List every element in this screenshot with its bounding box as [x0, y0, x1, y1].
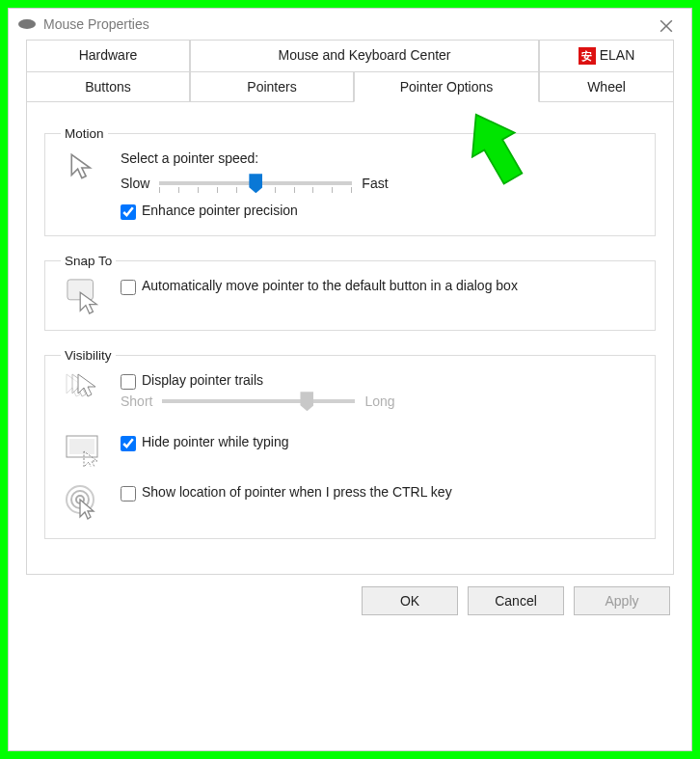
snap-to-checkbox[interactable]: Automatically move pointer to the defaul…	[121, 278, 639, 295]
trails-slider-track	[162, 399, 355, 403]
svg-rect-4	[69, 439, 94, 454]
pointer-speed-slider[interactable]: Slow Fast	[121, 176, 639, 191]
enhance-precision-input[interactable]	[121, 204, 136, 220]
visibility-group: Visibility Display pointer trails	[44, 348, 656, 539]
close-button[interactable]	[651, 14, 682, 38]
visibility-legend: Visibility	[61, 348, 116, 363]
tab-elan[interactable]: 安ELAN	[539, 40, 674, 72]
pointer-trails-checkbox[interactable]: Display pointer trails	[121, 372, 639, 390]
snap-to-input[interactable]	[121, 280, 136, 295]
tab-strip: Hardware Mouse and Keyboard Center 安ELAN…	[9, 40, 691, 575]
motion-legend: Motion	[61, 126, 108, 141]
tab-mouse-keyboard-center[interactable]: Mouse and Keyboard Center	[190, 40, 539, 72]
snap-legend: Snap To	[61, 254, 116, 268]
tab-pointer-options[interactable]: Pointer Options	[354, 71, 539, 102]
tab-buttons[interactable]: Buttons	[26, 71, 190, 102]
ctrl-locate-checkbox[interactable]: Show location of pointer when I press th…	[121, 484, 639, 501]
tab-wheel[interactable]: Wheel	[539, 71, 674, 102]
tab-hardware[interactable]: Hardware	[26, 40, 190, 72]
long-label: Long	[364, 393, 394, 409]
mouse-properties-window: Mouse Properties Hardware Mouse and Keyb…	[8, 8, 692, 751]
hide-while-typing-checkbox[interactable]: Hide pointer while typing	[121, 434, 639, 451]
dialog-footer: OK Cancel Apply	[9, 575, 691, 621]
fast-label: Fast	[362, 176, 388, 191]
window-title: Mouse Properties	[43, 16, 149, 32]
enhance-precision-checkbox[interactable]: Enhance pointer precision	[121, 203, 639, 220]
short-label: Short	[121, 393, 152, 409]
snap-to-group: Snap To Automatically move pointer to th…	[44, 254, 656, 331]
pointer-options-panel: Motion Select a pointer speed: Slow	[26, 101, 674, 575]
ctrl-locate-icon	[61, 484, 107, 523]
slider-track[interactable]	[159, 181, 352, 185]
slow-label: Slow	[121, 176, 149, 191]
hide-typing-icon	[61, 434, 107, 467]
speed-label: Select a pointer speed:	[121, 150, 639, 166]
trails-slider-thumb	[300, 392, 313, 411]
hide-while-typing-input[interactable]	[121, 436, 136, 451]
pointer-trails-input[interactable]	[121, 374, 136, 390]
pointer-speed-icon	[61, 150, 107, 183]
motion-group: Motion Select a pointer speed: Slow	[44, 126, 656, 236]
tab-pointers[interactable]: Pointers	[190, 71, 354, 102]
titlebar: Mouse Properties	[9, 9, 691, 40]
trails-length-slider: Short Long	[121, 393, 639, 409]
ctrl-locate-input[interactable]	[121, 486, 136, 501]
pointer-trails-icon	[61, 372, 107, 405]
close-icon	[660, 19, 673, 33]
ok-button[interactable]: OK	[362, 586, 458, 615]
elan-icon: 安	[579, 47, 596, 65]
snap-to-icon	[61, 278, 107, 314]
apply-button: Apply	[574, 586, 670, 615]
mouse-icon	[18, 19, 36, 29]
cancel-button[interactable]: Cancel	[468, 586, 564, 615]
